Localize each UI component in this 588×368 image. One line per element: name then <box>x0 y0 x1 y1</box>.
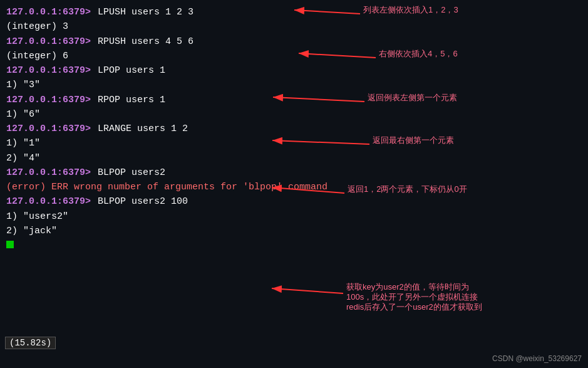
cmd-5: LRANGE users 1 2 <box>92 122 188 136</box>
result-line-7a: 1) "users2" <box>6 209 582 224</box>
cmd-6: BLPOP users2 <box>92 166 165 180</box>
timer-display: (15.82s) <box>5 337 56 349</box>
result-7b: 2) "jack" <box>6 224 57 238</box>
result-3a: 1) "3" <box>6 78 40 92</box>
prompt-1: 127.0.0.1:6379> <box>6 5 91 19</box>
cmd-3: LPOP users 1 <box>92 63 165 78</box>
result-4a: 1) "6" <box>6 107 40 122</box>
prompt-3: 127.0.0.1:6379> <box>6 63 91 78</box>
svg-line-11 <box>272 288 343 293</box>
command-line-7: 127.0.0.1:6379> BLPOP users2 100 <box>6 194 582 209</box>
result-7a: 1) "users2" <box>6 209 68 224</box>
result-5b: 2) "4" <box>6 151 40 166</box>
cmd-7: BLPOP users2 100 <box>92 194 188 209</box>
result-line-5a: 1) "1" <box>6 136 582 150</box>
result-5a: 1) "1" <box>6 136 40 150</box>
svg-text:redis后存入了一个user2的值才获取到: redis后存入了一个user2的值才获取到 <box>346 302 482 312</box>
result-line-4a: 1) "6" <box>6 107 582 122</box>
command-line-1: 127.0.0.1:6379> LPUSH users 1 2 3 <box>6 5 582 19</box>
green-indicator <box>6 241 14 248</box>
command-line-5: 127.0.0.1:6379> LRANGE users 1 2 <box>6 122 582 136</box>
terminal: 127.0.0.1:6379> LPUSH users 1 2 3 (integ… <box>0 0 588 368</box>
svg-text:获取key为user2的值，等待时间为: 获取key为user2的值，等待时间为 <box>346 282 469 292</box>
cmd-4: RPOP users 1 <box>92 93 165 107</box>
prompt-6: 127.0.0.1:6379> <box>6 166 91 180</box>
result-line-1: (integer) 3 <box>6 19 582 34</box>
watermark: CSDN @weixin_53269627 <box>492 354 582 363</box>
prompt-2: 127.0.0.1:6379> <box>6 34 91 49</box>
command-line-2: 127.0.0.1:6379> RPUSH users 4 5 6 <box>6 34 582 49</box>
result-1: (integer) 3 <box>6 19 68 34</box>
command-line-4: 127.0.0.1:6379> RPOP users 1 <box>6 93 582 107</box>
result-line-5b: 2) "4" <box>6 151 582 166</box>
prompt-4: 127.0.0.1:6379> <box>6 93 91 107</box>
command-line-3: 127.0.0.1:6379> LPOP users 1 <box>6 63 582 78</box>
svg-text:100s，此处开了另外一个虚拟机连接: 100s，此处开了另外一个虚拟机连接 <box>346 292 478 302</box>
prompt-7: 127.0.0.1:6379> <box>6 194 91 209</box>
result-6: (error) ERR wrong number of arguments fo… <box>6 180 328 194</box>
command-line-6: 127.0.0.1:6379> BLPOP users2 <box>6 166 582 180</box>
cmd-2: RPUSH users 4 5 6 <box>92 34 193 49</box>
result-line-2: (integer) 6 <box>6 49 582 63</box>
result-2: (integer) 6 <box>6 49 68 63</box>
cmd-1: LPUSH users 1 2 3 <box>92 5 193 19</box>
result-line-6: (error) ERR wrong number of arguments fo… <box>6 180 582 194</box>
result-line-7b: 2) "jack" <box>6 224 582 238</box>
result-line-3a: 1) "3" <box>6 78 582 92</box>
prompt-5: 127.0.0.1:6379> <box>6 122 91 136</box>
